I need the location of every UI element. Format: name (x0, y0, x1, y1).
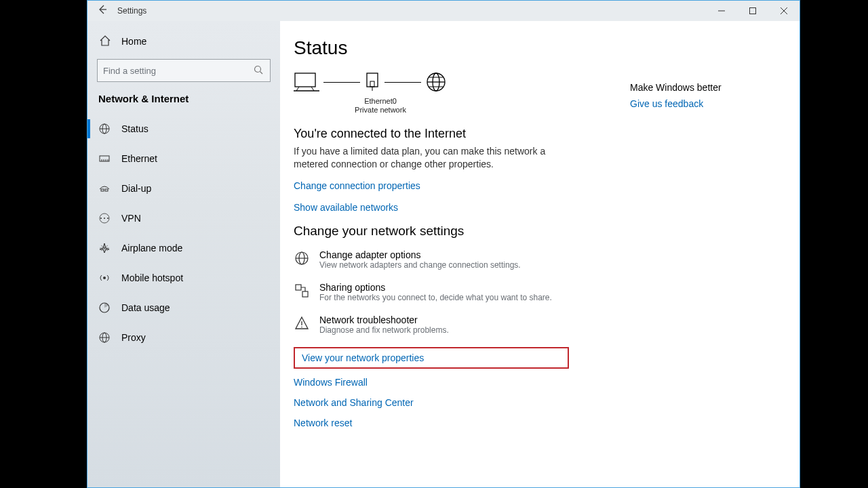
sidebar-item-vpn[interactable]: VPN (87, 203, 280, 233)
link-change-connection-properties[interactable]: Change connection properties (294, 180, 616, 191)
main-content: Status (280, 21, 630, 487)
page-title: Status (294, 37, 616, 59)
svg-point-5 (255, 66, 261, 72)
sidebar-home[interactable]: Home (87, 26, 280, 56)
right-column: Make Windows better Give us feedback (630, 21, 800, 487)
option-desc: Diagnose and fix network problems. (319, 325, 449, 335)
svg-point-19 (107, 218, 108, 219)
network-diagram (294, 68, 616, 96)
option-change-adapter[interactable]: Change adapter options View network adap… (294, 249, 616, 270)
window-title: Settings (117, 6, 146, 16)
svg-rect-16 (105, 189, 108, 191)
link-show-available-networks[interactable]: Show available networks (294, 202, 616, 213)
sidebar-item-label: Status (121, 123, 149, 134)
airplane-icon (98, 242, 112, 254)
option-title: Change adapter options (319, 249, 521, 260)
link-network-sharing-center[interactable]: Network and Sharing Center (294, 397, 616, 408)
close-button[interactable] (768, 1, 800, 21)
highlight-box: View your network properties (294, 347, 569, 369)
home-icon (98, 35, 112, 49)
svg-rect-39 (296, 285, 301, 290)
dialup-icon (98, 182, 112, 195)
router-icon (364, 72, 380, 92)
warning-icon (294, 314, 310, 335)
svg-rect-29 (370, 81, 374, 87)
sidebar-item-label: Airplane mode (121, 243, 182, 253)
sidebar-item-label: Dial-up (121, 183, 151, 194)
minimize-button[interactable] (706, 1, 737, 21)
option-title: Network troubleshooter (319, 314, 449, 325)
link-windows-firewall[interactable]: Windows Firewall (294, 377, 616, 388)
option-sharing[interactable]: Sharing options For the networks you con… (294, 282, 616, 302)
vpn-icon (98, 212, 112, 224)
svg-rect-40 (302, 291, 308, 297)
sidebar-item-hotspot[interactable]: Mobile hotspot (87, 263, 280, 293)
svg-rect-28 (367, 73, 378, 87)
sidebar-item-label: Mobile hotspot (121, 272, 183, 283)
sidebar-section: Network & Internet (87, 89, 280, 114)
sidebar-item-airplane[interactable]: Airplane mode (87, 233, 280, 263)
title-bar: Settings (87, 1, 800, 21)
option-troubleshooter[interactable]: Network troubleshooter Diagnose and fix … (294, 314, 616, 335)
change-settings-heading: Change your network settings (294, 224, 616, 239)
settings-window: Settings Home Find a se (87, 0, 800, 488)
connected-heading: You're connected to the Internet (294, 127, 616, 141)
hotspot-icon (98, 272, 112, 284)
back-button[interactable] (87, 4, 117, 18)
sidebar: Home Find a setting Network & Internet S… (87, 21, 280, 487)
internet-icon (425, 71, 447, 93)
link-view-network-properties[interactable]: View your network properties (302, 352, 561, 363)
right-heading: Make Windows better (630, 82, 786, 93)
search-icon (254, 65, 264, 77)
svg-point-42 (301, 327, 302, 328)
sidebar-item-status[interactable]: Status (87, 114, 280, 144)
sidebar-item-label: Data usage (121, 302, 170, 313)
search-placeholder: Find a setting (103, 66, 254, 76)
connected-body: If you have a limited data plan, you can… (294, 145, 551, 171)
option-desc: For the networks you connect to, decide … (319, 293, 552, 302)
diagram-network-type: Private network (292, 106, 469, 115)
sharing-icon (294, 282, 310, 302)
adapter-icon (294, 249, 310, 270)
diagram-device: Ethernet0 (292, 97, 469, 106)
globe-icon (98, 123, 112, 135)
link-give-feedback[interactable]: Give us feedback (630, 98, 786, 109)
pc-icon (294, 72, 319, 92)
data-usage-icon (98, 302, 112, 314)
svg-line-6 (260, 71, 263, 74)
svg-rect-2 (750, 8, 756, 14)
svg-point-21 (103, 277, 106, 279)
sidebar-item-datausage[interactable]: Data usage (87, 293, 280, 323)
connector-line (323, 82, 360, 83)
maximize-button[interactable] (737, 1, 768, 21)
option-title: Sharing options (319, 282, 552, 293)
link-network-reset[interactable]: Network reset (294, 418, 616, 428)
diagram-caption: Ethernet0 Private network (292, 97, 469, 115)
svg-point-18 (104, 218, 105, 219)
search-input[interactable]: Find a setting (97, 59, 271, 82)
option-desc: View network adapters and change connect… (319, 260, 521, 270)
svg-rect-15 (101, 189, 104, 191)
connector-line (384, 82, 421, 83)
proxy-icon (98, 331, 112, 344)
svg-rect-26 (295, 73, 315, 87)
sidebar-home-label: Home (121, 36, 146, 47)
sidebar-item-dialup[interactable]: Dial-up (87, 174, 280, 203)
sidebar-item-ethernet[interactable]: Ethernet (87, 144, 280, 174)
ethernet-icon (98, 152, 112, 165)
sidebar-item-label: VPN (121, 213, 141, 224)
sidebar-item-label: Ethernet (121, 153, 157, 164)
svg-point-17 (100, 218, 102, 219)
sidebar-item-proxy[interactable]: Proxy (87, 323, 280, 352)
sidebar-item-label: Proxy (121, 332, 146, 343)
